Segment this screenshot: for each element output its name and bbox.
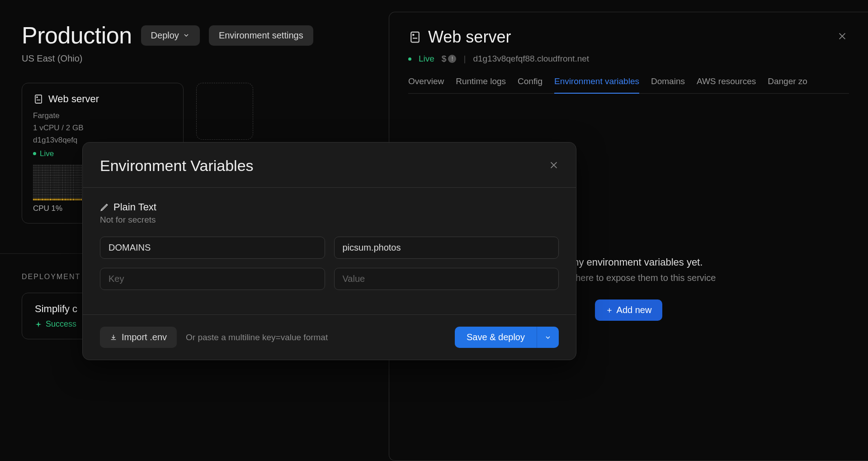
modal-backdrop: Environment Variables Plain Text Not for… (0, 0, 868, 461)
env-value-input-1[interactable] (334, 268, 559, 290)
modal-section-subtitle: Not for secrets (100, 215, 559, 225)
save-deploy-label: Save & deploy (467, 332, 525, 342)
env-value-input-0[interactable] (334, 237, 559, 259)
save-deploy-button[interactable]: Save & deploy (455, 327, 537, 348)
import-env-button[interactable]: Import .env (100, 327, 177, 348)
save-deploy-split-button: Save & deploy (455, 327, 559, 348)
modal-footer-hint: Or paste a multiline key=value format (186, 333, 328, 342)
save-deploy-dropdown[interactable] (537, 327, 559, 348)
env-key-input-0[interactable] (100, 237, 325, 259)
pencil-icon (100, 203, 109, 212)
modal-close-button[interactable] (549, 160, 559, 172)
close-icon (549, 160, 559, 170)
download-icon (110, 334, 117, 341)
import-env-label: Import .env (122, 332, 167, 342)
env-key-input-1[interactable] (100, 268, 325, 290)
modal-title: Environment Variables (100, 157, 254, 175)
env-vars-modal: Environment Variables Plain Text Not for… (82, 142, 576, 360)
chevron-down-icon (544, 334, 552, 341)
modal-section-title: Plain Text (113, 201, 156, 213)
